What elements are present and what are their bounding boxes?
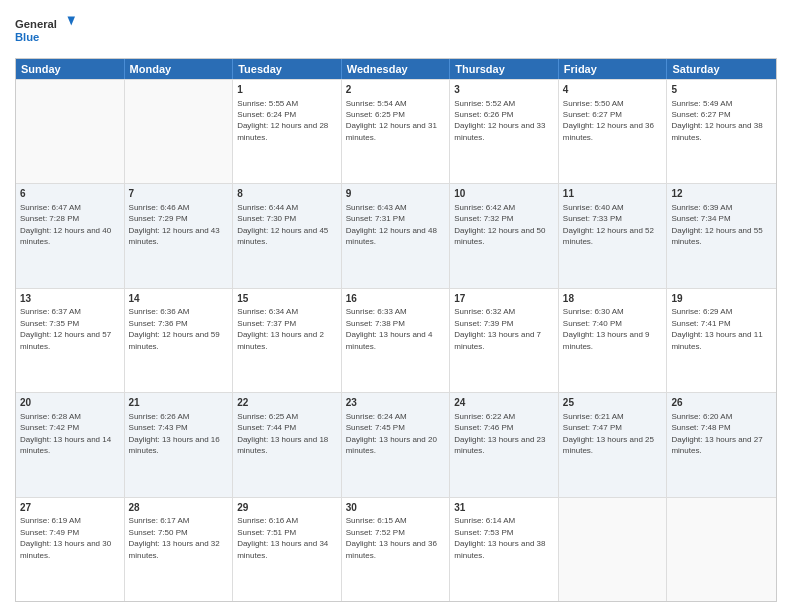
day-number: 12 [671, 187, 772, 201]
day-number: 16 [346, 292, 446, 306]
cal-cell-day-3: 3Sunrise: 5:52 AM Sunset: 6:26 PM Daylig… [450, 80, 559, 183]
cal-cell-day-7: 7Sunrise: 6:46 AM Sunset: 7:29 PM Daylig… [125, 184, 234, 287]
cal-cell-day-11: 11Sunrise: 6:40 AM Sunset: 7:33 PM Dayli… [559, 184, 668, 287]
cal-week-3: 13Sunrise: 6:37 AM Sunset: 7:35 PM Dayli… [16, 288, 776, 392]
day-number: 30 [346, 501, 446, 515]
cal-cell-day-23: 23Sunrise: 6:24 AM Sunset: 7:45 PM Dayli… [342, 393, 451, 496]
page: General Blue SundayMondayTuesdayWednesda… [0, 0, 792, 612]
cal-cell-day-27: 27Sunrise: 6:19 AM Sunset: 7:49 PM Dayli… [16, 498, 125, 601]
day-number: 2 [346, 83, 446, 97]
cal-cell-day-26: 26Sunrise: 6:20 AM Sunset: 7:48 PM Dayli… [667, 393, 776, 496]
cal-cell-day-20: 20Sunrise: 6:28 AM Sunset: 7:42 PM Dayli… [16, 393, 125, 496]
day-number: 1 [237, 83, 337, 97]
cal-cell-empty-4-6 [667, 498, 776, 601]
cal-cell-day-12: 12Sunrise: 6:39 AM Sunset: 7:34 PM Dayli… [667, 184, 776, 287]
cal-week-2: 6Sunrise: 6:47 AM Sunset: 7:28 PM Daylig… [16, 183, 776, 287]
cell-sun-info: Sunrise: 6:29 AM Sunset: 7:41 PM Dayligh… [671, 307, 762, 350]
cell-sun-info: Sunrise: 6:26 AM Sunset: 7:43 PM Dayligh… [129, 412, 220, 455]
cal-cell-day-4: 4Sunrise: 5:50 AM Sunset: 6:27 PM Daylig… [559, 80, 668, 183]
cell-sun-info: Sunrise: 6:25 AM Sunset: 7:44 PM Dayligh… [237, 412, 328, 455]
day-number: 20 [20, 396, 120, 410]
cell-sun-info: Sunrise: 6:16 AM Sunset: 7:51 PM Dayligh… [237, 516, 328, 559]
cell-sun-info: Sunrise: 6:37 AM Sunset: 7:35 PM Dayligh… [20, 307, 111, 350]
header-cell-sunday: Sunday [16, 59, 125, 79]
day-number: 19 [671, 292, 772, 306]
day-number: 15 [237, 292, 337, 306]
cal-cell-day-28: 28Sunrise: 6:17 AM Sunset: 7:50 PM Dayli… [125, 498, 234, 601]
cell-sun-info: Sunrise: 6:24 AM Sunset: 7:45 PM Dayligh… [346, 412, 437, 455]
logo-svg: General Blue [15, 10, 75, 50]
cell-sun-info: Sunrise: 5:52 AM Sunset: 6:26 PM Dayligh… [454, 99, 545, 142]
day-number: 25 [563, 396, 663, 410]
header: General Blue [15, 10, 777, 50]
cell-sun-info: Sunrise: 6:22 AM Sunset: 7:46 PM Dayligh… [454, 412, 545, 455]
cell-sun-info: Sunrise: 6:46 AM Sunset: 7:29 PM Dayligh… [129, 203, 220, 246]
cal-cell-day-30: 30Sunrise: 6:15 AM Sunset: 7:52 PM Dayli… [342, 498, 451, 601]
cell-sun-info: Sunrise: 6:42 AM Sunset: 7:32 PM Dayligh… [454, 203, 545, 246]
cell-sun-info: Sunrise: 6:47 AM Sunset: 7:28 PM Dayligh… [20, 203, 111, 246]
cal-cell-day-1: 1Sunrise: 5:55 AM Sunset: 6:24 PM Daylig… [233, 80, 342, 183]
cell-sun-info: Sunrise: 6:17 AM Sunset: 7:50 PM Dayligh… [129, 516, 220, 559]
cal-cell-day-13: 13Sunrise: 6:37 AM Sunset: 7:35 PM Dayli… [16, 289, 125, 392]
day-number: 29 [237, 501, 337, 515]
header-cell-friday: Friday [559, 59, 668, 79]
header-cell-wednesday: Wednesday [342, 59, 451, 79]
header-cell-thursday: Thursday [450, 59, 559, 79]
cal-cell-day-15: 15Sunrise: 6:34 AM Sunset: 7:37 PM Dayli… [233, 289, 342, 392]
cell-sun-info: Sunrise: 6:21 AM Sunset: 7:47 PM Dayligh… [563, 412, 654, 455]
svg-text:Blue: Blue [15, 31, 39, 43]
day-number: 22 [237, 396, 337, 410]
cal-cell-day-31: 31Sunrise: 6:14 AM Sunset: 7:53 PM Dayli… [450, 498, 559, 601]
cal-week-5: 27Sunrise: 6:19 AM Sunset: 7:49 PM Dayli… [16, 497, 776, 601]
cell-sun-info: Sunrise: 6:36 AM Sunset: 7:36 PM Dayligh… [129, 307, 220, 350]
cal-cell-empty-4-5 [559, 498, 668, 601]
day-number: 4 [563, 83, 663, 97]
cell-sun-info: Sunrise: 6:20 AM Sunset: 7:48 PM Dayligh… [671, 412, 762, 455]
svg-text:General: General [15, 18, 57, 30]
cell-sun-info: Sunrise: 5:50 AM Sunset: 6:27 PM Dayligh… [563, 99, 654, 142]
day-number: 13 [20, 292, 120, 306]
cal-cell-empty-0-1 [125, 80, 234, 183]
calendar-body: 1Sunrise: 5:55 AM Sunset: 6:24 PM Daylig… [16, 79, 776, 601]
day-number: 9 [346, 187, 446, 201]
cal-cell-day-2: 2Sunrise: 5:54 AM Sunset: 6:25 PM Daylig… [342, 80, 451, 183]
cal-cell-day-9: 9Sunrise: 6:43 AM Sunset: 7:31 PM Daylig… [342, 184, 451, 287]
day-number: 27 [20, 501, 120, 515]
day-number: 17 [454, 292, 554, 306]
cal-cell-day-22: 22Sunrise: 6:25 AM Sunset: 7:44 PM Dayli… [233, 393, 342, 496]
cell-sun-info: Sunrise: 6:33 AM Sunset: 7:38 PM Dayligh… [346, 307, 433, 350]
cal-cell-day-6: 6Sunrise: 6:47 AM Sunset: 7:28 PM Daylig… [16, 184, 125, 287]
cal-cell-day-19: 19Sunrise: 6:29 AM Sunset: 7:41 PM Dayli… [667, 289, 776, 392]
cell-sun-info: Sunrise: 5:54 AM Sunset: 6:25 PM Dayligh… [346, 99, 437, 142]
day-number: 6 [20, 187, 120, 201]
cell-sun-info: Sunrise: 5:55 AM Sunset: 6:24 PM Dayligh… [237, 99, 328, 142]
cal-cell-day-21: 21Sunrise: 6:26 AM Sunset: 7:43 PM Dayli… [125, 393, 234, 496]
day-number: 21 [129, 396, 229, 410]
day-number: 10 [454, 187, 554, 201]
cal-cell-day-25: 25Sunrise: 6:21 AM Sunset: 7:47 PM Dayli… [559, 393, 668, 496]
cell-sun-info: Sunrise: 6:14 AM Sunset: 7:53 PM Dayligh… [454, 516, 545, 559]
day-number: 7 [129, 187, 229, 201]
cal-cell-day-24: 24Sunrise: 6:22 AM Sunset: 7:46 PM Dayli… [450, 393, 559, 496]
day-number: 23 [346, 396, 446, 410]
cal-week-4: 20Sunrise: 6:28 AM Sunset: 7:42 PM Dayli… [16, 392, 776, 496]
cell-sun-info: Sunrise: 6:43 AM Sunset: 7:31 PM Dayligh… [346, 203, 437, 246]
cell-sun-info: Sunrise: 6:19 AM Sunset: 7:49 PM Dayligh… [20, 516, 111, 559]
header-cell-monday: Monday [125, 59, 234, 79]
cal-week-1: 1Sunrise: 5:55 AM Sunset: 6:24 PM Daylig… [16, 79, 776, 183]
cal-cell-day-5: 5Sunrise: 5:49 AM Sunset: 6:27 PM Daylig… [667, 80, 776, 183]
day-number: 26 [671, 396, 772, 410]
cal-cell-empty-0-0 [16, 80, 125, 183]
day-number: 31 [454, 501, 554, 515]
cal-cell-day-29: 29Sunrise: 6:16 AM Sunset: 7:51 PM Dayli… [233, 498, 342, 601]
cal-cell-day-14: 14Sunrise: 6:36 AM Sunset: 7:36 PM Dayli… [125, 289, 234, 392]
day-number: 3 [454, 83, 554, 97]
cell-sun-info: Sunrise: 6:39 AM Sunset: 7:34 PM Dayligh… [671, 203, 762, 246]
logo: General Blue [15, 10, 75, 50]
calendar-header-row: SundayMondayTuesdayWednesdayThursdayFrid… [16, 59, 776, 79]
day-number: 28 [129, 501, 229, 515]
calendar: SundayMondayTuesdayWednesdayThursdayFrid… [15, 58, 777, 602]
cal-cell-day-16: 16Sunrise: 6:33 AM Sunset: 7:38 PM Dayli… [342, 289, 451, 392]
cell-sun-info: Sunrise: 6:40 AM Sunset: 7:33 PM Dayligh… [563, 203, 654, 246]
cell-sun-info: Sunrise: 6:32 AM Sunset: 7:39 PM Dayligh… [454, 307, 541, 350]
